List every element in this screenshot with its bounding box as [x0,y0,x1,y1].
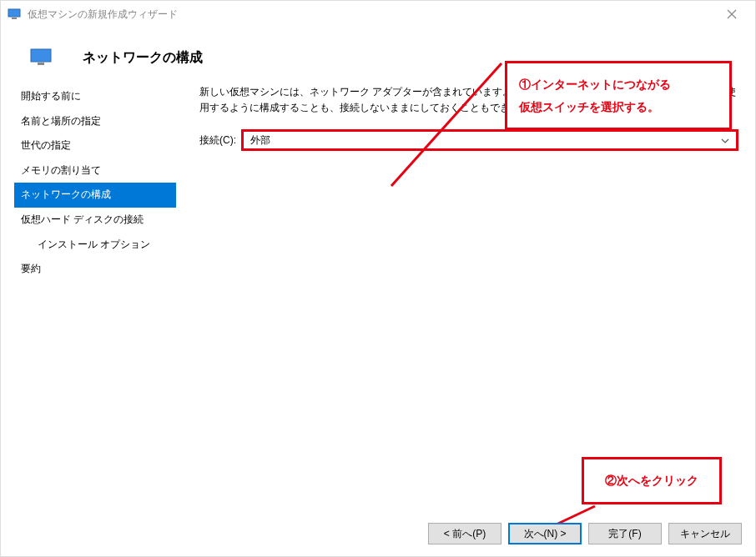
annotation-box-2: ②次へをクリック [582,457,722,504]
svg-rect-1 [12,18,17,19]
next-button[interactable]: 次へ(N) > [508,523,582,544]
sidebar-item-name-location[interactable]: 名前と場所の指定 [14,109,176,134]
window-title: 仮想マシンの新規作成ウィザード [28,8,178,22]
annotation-1-line1: ①インターネットにつながる [519,73,718,96]
connection-dropdown[interactable]: 外部 [241,129,738,151]
chevron-down-icon [721,134,729,146]
sidebar-item-vhd[interactable]: 仮想ハード ディスクの接続 [14,208,176,233]
close-button[interactable] [715,3,748,26]
wizard-steps-sidebar: 開始する前に 名前と場所の指定 世代の指定 メモリの割り当て ネットワークの構成… [1,84,176,476]
page-title: ネットワークの構成 [83,49,203,67]
sidebar-item-summary[interactable]: 要約 [14,257,176,282]
cancel-button[interactable]: キャンセル [668,523,742,544]
connection-row: 接続(C): 外部 [199,129,738,151]
page-icon [28,48,54,68]
sidebar-item-generation[interactable]: 世代の指定 [14,133,176,158]
svg-rect-0 [8,9,20,17]
svg-rect-4 [31,49,51,62]
finish-button[interactable]: 完了(F) [588,523,662,544]
sidebar-item-memory[interactable]: メモリの割り当て [14,158,176,183]
content-area: 開始する前に 名前と場所の指定 世代の指定 メモリの割り当て ネットワークの構成… [1,84,755,476]
sidebar-item-before-start[interactable]: 開始する前に [14,84,176,109]
sidebar-item-network[interactable]: ネットワークの構成 [14,183,176,208]
svg-rect-5 [38,63,44,65]
wizard-footer: < 前へ(P) 次へ(N) > 完了(F) キャンセル [428,523,742,544]
connection-label: 接続(C): [199,133,236,148]
annotation-1-line2: 仮想スイッチを選択する。 [519,96,718,118]
back-button[interactable]: < 前へ(P) [428,523,501,544]
annotation-box-1: ①インターネットにつながる 仮想スイッチを選択する。 [505,61,732,130]
connection-value: 外部 [250,133,270,148]
close-icon [727,9,737,19]
main-panel: 新しい仮想マシンには、ネットワーク アダプターが含まれています。そのネットワーク… [176,84,755,476]
annotation-2-text: ②次へをクリック [596,469,708,492]
titlebar: 仮想マシンの新規作成ウィザード [1,1,755,28]
sidebar-item-install-options[interactable]: インストール オプション [14,233,176,258]
app-icon [8,8,21,21]
